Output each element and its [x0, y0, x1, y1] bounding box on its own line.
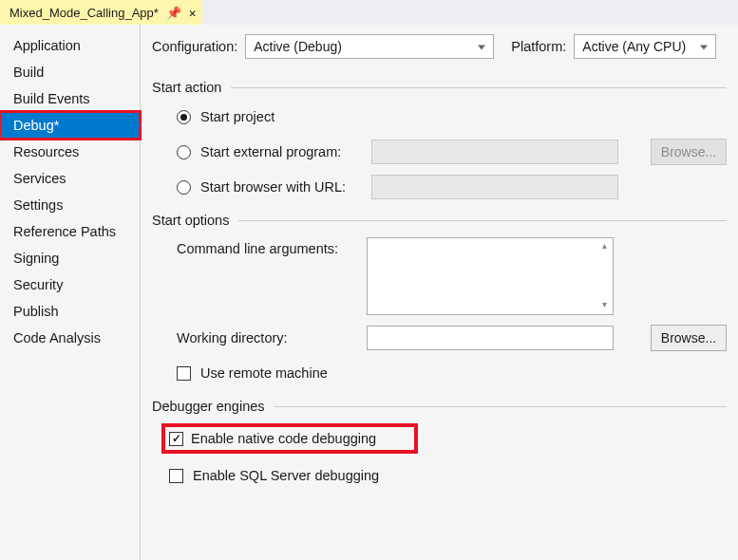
sidebar-item-publish[interactable]: Publish	[0, 298, 140, 325]
browser-url-input	[371, 175, 618, 199]
divider	[231, 87, 727, 88]
label-cmdline: Command line arguments:	[177, 237, 357, 256]
label-workdir: Working directory:	[177, 330, 357, 345]
divider	[274, 406, 727, 407]
sidebar-item-code-analysis[interactable]: Code Analysis	[0, 325, 140, 351]
sidebar-item-application[interactable]: Application	[0, 32, 140, 59]
browse-external-button: Browse...	[651, 139, 727, 165]
sidebar-item-debug[interactable]: Debug*	[0, 112, 140, 139]
label-native-debugging: Enable native code debugging	[191, 431, 376, 446]
scroll-down-icon[interactable]: ▾	[597, 299, 611, 312]
configuration-value: Active (Debug)	[254, 39, 342, 54]
sidebar-item-signing[interactable]: Signing	[0, 245, 140, 271]
label-sql-debugging: Enable SQL Server debugging	[193, 468, 379, 483]
radio-start-project[interactable]	[177, 110, 191, 124]
browse-workdir-button[interactable]: Browse...	[651, 325, 727, 351]
pin-icon[interactable]: 📌	[166, 6, 181, 20]
sidebar-item-build-events[interactable]: Build Events	[0, 85, 140, 112]
checkbox-remote-machine[interactable]	[177, 366, 191, 381]
tab-title: Mixed_Mode_Calling_App*	[9, 6, 159, 20]
cmdline-textarea[interactable]: ▴ ▾	[367, 237, 614, 315]
sidebar-item-resources[interactable]: Resources	[0, 139, 140, 165]
highlight-native-debugging: Enable native code debugging	[161, 423, 418, 454]
checkbox-native-debugging[interactable]	[169, 432, 183, 446]
radio-start-external[interactable]	[177, 145, 191, 159]
workdir-input[interactable]	[367, 326, 614, 350]
sidebar-item-settings[interactable]: Settings	[0, 192, 140, 218]
close-icon[interactable]: ✕	[189, 6, 197, 20]
platform-value: Active (Any CPU)	[582, 39, 686, 54]
label-start-browser: Start browser with URL:	[200, 179, 362, 195]
sidebar-item-services[interactable]: Services	[0, 165, 140, 192]
label-start-project: Start project	[200, 109, 274, 124]
label-remote-machine: Use remote machine	[200, 365, 328, 381]
external-program-input	[371, 140, 618, 164]
section-title-debugger: Debugger engines	[152, 399, 265, 414]
document-tab[interactable]: Mixed_Mode_Calling_App* 📌 ✕	[0, 0, 202, 25]
checkbox-sql-debugging[interactable]	[169, 469, 183, 483]
tab-bar: Mixed_Mode_Calling_App* 📌 ✕	[0, 0, 738, 25]
label-start-external: Start external program:	[200, 144, 362, 159]
sidebar-item-reference-paths[interactable]: Reference Paths	[0, 218, 140, 245]
sidebar-item-build[interactable]: Build	[0, 59, 140, 85]
platform-label: Platform:	[511, 39, 566, 54]
configuration-label: Configuration:	[152, 39, 237, 54]
main-panel: Configuration: Active (Debug) Platform: …	[141, 25, 738, 560]
platform-combo[interactable]: Active (Any CPU)	[574, 34, 716, 59]
section-title-start-action: Start action	[152, 80, 221, 95]
sidebar-item-security[interactable]: Security	[0, 271, 140, 298]
configuration-combo[interactable]: Active (Debug)	[245, 34, 494, 59]
divider	[238, 220, 727, 221]
section-title-start-options: Start options	[152, 213, 229, 228]
radio-start-browser[interactable]	[177, 180, 191, 195]
scroll-up-icon[interactable]: ▴	[597, 240, 611, 253]
sidebar: ApplicationBuildBuild EventsDebug*Resour…	[0, 25, 141, 560]
